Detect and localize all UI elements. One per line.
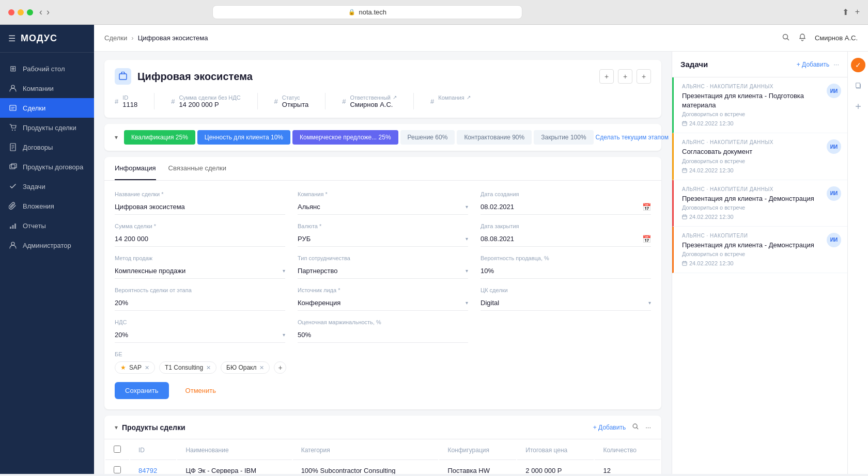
svg-rect-19 bbox=[856, 83, 860, 88]
select-all-checkbox[interactable] bbox=[114, 446, 121, 453]
product-name: ЦФ Эк - Сервера - IBM bbox=[177, 461, 291, 474]
tasks-add-btn[interactable]: + Добавить bbox=[797, 61, 829, 68]
field-empty bbox=[481, 319, 651, 343]
row-checkbox[interactable] bbox=[114, 466, 121, 473]
collab-type-value[interactable]: Партнерство ▾ bbox=[298, 263, 468, 279]
dashboard-icon: ⊞ bbox=[8, 64, 18, 73]
tab-content: Название сделки * Цифровая экосистема Ко… bbox=[104, 181, 661, 409]
table-row: 84792 ЦФ Эк - Сервера - IBM 100% Subcont… bbox=[105, 461, 660, 474]
deal-action-btn-3[interactable]: + bbox=[637, 69, 651, 84]
task-title[interactable]: Презентация для клиента - Подготовка мат… bbox=[682, 91, 839, 110]
company-hash: # bbox=[430, 98, 434, 105]
share-icon[interactable]: ⬆ bbox=[842, 7, 849, 17]
close-date-value[interactable]: 08.08.2021 📅 bbox=[481, 231, 651, 247]
lock-icon: 🔒 bbox=[348, 9, 355, 15]
sidebar-item-contracts[interactable]: Договоры bbox=[0, 137, 94, 157]
task-date: 24.02.2022 12:30 bbox=[682, 214, 839, 220]
sidebar-item-deals[interactable]: Сделки bbox=[0, 98, 94, 118]
search-icon[interactable] bbox=[782, 33, 790, 43]
company-form-value[interactable]: Альянс ▾ bbox=[298, 199, 468, 215]
stage-closing[interactable]: Закрытие 100% bbox=[534, 130, 593, 145]
field-company: Компания * Альянс ▾ bbox=[298, 191, 468, 215]
tasks-more-btn[interactable]: ··· bbox=[833, 60, 839, 68]
url-text: nota.tech bbox=[359, 8, 386, 16]
status-label: Статус bbox=[282, 94, 308, 101]
tab-related[interactable]: Связанные сделки bbox=[168, 157, 226, 180]
cancel-button[interactable]: Отменить bbox=[175, 382, 226, 399]
sidebar-label-contract-products: Продукты договора bbox=[23, 163, 83, 171]
tab-info[interactable]: Информация bbox=[115, 157, 156, 180]
stage-contracting[interactable]: Контрактование 90% bbox=[457, 130, 532, 145]
deal-action-btn-1[interactable]: + bbox=[599, 69, 614, 84]
created-date-label: Дата создания bbox=[481, 191, 651, 197]
products-add-btn[interactable]: + Добавить bbox=[593, 424, 626, 431]
task-title[interactable]: Презентация для клиента - Демонстрация bbox=[682, 194, 839, 203]
product-config: Поставка HW bbox=[439, 461, 516, 474]
stage-value[interactable]: Ценность для клиента 10% bbox=[197, 130, 290, 145]
stage-decision[interactable]: Решение 60% bbox=[400, 130, 455, 145]
task-item: АЛЬЯНС · НАКОПИТЕЛИ ДАННЫХ Презентация д… bbox=[672, 180, 847, 227]
svg-point-2 bbox=[12, 130, 13, 131]
sidebar-item-deal-products[interactable]: Продукты сделки bbox=[0, 118, 94, 137]
right-sidebar-check-btn[interactable]: ✓ bbox=[851, 58, 865, 72]
traffic-light-red[interactable] bbox=[8, 9, 14, 15]
sum-form-value[interactable]: 14 200 000 bbox=[115, 231, 285, 247]
close-date-calendar-icon: 📅 bbox=[642, 235, 651, 243]
svg-rect-15 bbox=[683, 168, 687, 172]
deal-name-value[interactable]: Цифровая экосистема bbox=[115, 199, 285, 215]
win-prob-value[interactable]: 10% bbox=[481, 263, 651, 279]
stage-prob-value[interactable]: 20% bbox=[115, 295, 285, 311]
company-label: Компания ↗ bbox=[438, 94, 470, 101]
right-sidebar-copy-icon[interactable] bbox=[851, 78, 865, 93]
right-sidebar-add-icon[interactable] bbox=[851, 99, 865, 114]
products-search-icon[interactable] bbox=[632, 423, 639, 432]
traffic-light-yellow[interactable] bbox=[18, 9, 24, 15]
traffic-light-green[interactable] bbox=[27, 9, 33, 15]
forward-arrow[interactable]: › bbox=[47, 7, 50, 18]
task-title[interactable]: Презентация для клиента - Демонстрация bbox=[682, 241, 839, 250]
be-tag-t1-remove[interactable]: ✕ bbox=[206, 364, 211, 371]
product-id-link[interactable]: 84792 bbox=[138, 467, 157, 474]
back-arrow[interactable]: ‹ bbox=[39, 7, 42, 18]
sidebar-item-attachments[interactable]: Вложения bbox=[0, 196, 94, 216]
attachments-icon bbox=[8, 201, 18, 211]
menu-icon[interactable]: ☰ bbox=[8, 34, 16, 43]
stage-commercial[interactable]: Коммерческое предложе... 25% bbox=[292, 130, 398, 145]
be-tag-oracle-remove[interactable]: ✕ bbox=[259, 364, 264, 371]
product-price: 2 000 000 Р bbox=[517, 461, 594, 474]
collab-type-arrow: ▾ bbox=[466, 268, 468, 274]
sidebar-item-dashboard[interactable]: ⊞ Рабочий стол bbox=[0, 59, 94, 78]
deal-action-btn-2[interactable]: + bbox=[618, 69, 632, 84]
svg-rect-17 bbox=[683, 262, 687, 266]
be-tag-add-btn[interactable]: + bbox=[274, 361, 286, 374]
win-prob-label: Вероятность продавца, % bbox=[481, 255, 651, 261]
pipeline-toggle[interactable]: ▾ bbox=[115, 134, 118, 141]
sidebar-item-contract-products[interactable]: Продукты договора bbox=[0, 157, 94, 177]
field-stage-prob: Вероятность сделки от этапа 20% bbox=[115, 287, 285, 311]
sidebar-item-reports[interactable]: Отчеты bbox=[0, 216, 94, 235]
margin-value[interactable]: 50% bbox=[298, 327, 468, 343]
products-more-icon[interactable]: ··· bbox=[645, 423, 651, 431]
currency-value[interactable]: РУБ ▾ bbox=[298, 231, 468, 247]
vat-value[interactable]: 20% ▾ bbox=[115, 327, 285, 343]
products-collapse-icon[interactable]: ▾ bbox=[115, 424, 118, 431]
stage-qualification[interactable]: Квалификация 25% bbox=[124, 130, 195, 145]
make-current-stage-btn[interactable]: Сделать текущим этапом bbox=[596, 134, 669, 141]
task-title[interactable]: Согласовать документ bbox=[682, 147, 839, 156]
sidebar-item-companies[interactable]: Компании bbox=[0, 78, 94, 98]
sidebar-nav: ⊞ Рабочий стол Компании Сделки Продукты bbox=[0, 53, 94, 474]
new-tab-icon[interactable]: + bbox=[855, 7, 860, 17]
lead-source-value[interactable]: Конференция ▾ bbox=[298, 295, 468, 311]
deal-channel-value[interactable]: Digital ▾ bbox=[481, 295, 651, 311]
sidebar-item-admin[interactable]: Администратор bbox=[0, 235, 94, 255]
sidebar-item-tasks[interactable]: Задачи bbox=[0, 177, 94, 196]
breadcrumb-parent[interactable]: Сделки bbox=[104, 34, 127, 42]
save-button[interactable]: Сохранить bbox=[115, 382, 169, 399]
address-bar[interactable]: 🔒 nota.tech bbox=[212, 5, 522, 19]
sales-method-value[interactable]: Комплексные продажи ▾ bbox=[115, 263, 285, 279]
notifications-icon[interactable] bbox=[798, 33, 807, 43]
created-date-value[interactable]: 08.02.2021 📅 bbox=[481, 199, 651, 215]
col-header-category: Категория bbox=[293, 440, 439, 460]
be-tag-sap-remove[interactable]: ✕ bbox=[145, 364, 149, 371]
be-tags: ★ SAP ✕ T1 Consulting ✕ БЮ Оракл bbox=[115, 361, 651, 374]
